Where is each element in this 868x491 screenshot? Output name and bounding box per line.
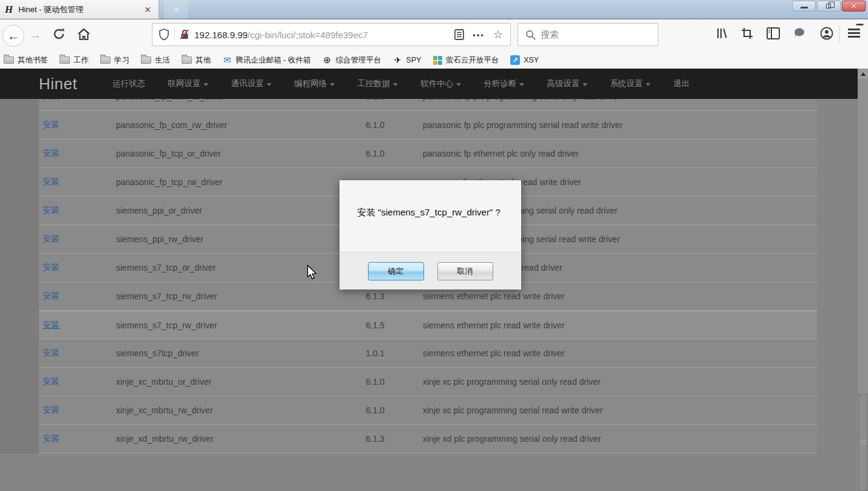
bookmark-item-9[interactable]: ↗XSY bbox=[510, 55, 539, 65]
bookmark-item-1[interactable]: 工作 bbox=[60, 55, 89, 66]
bookmark-star-icon[interactable]: ☆ bbox=[493, 28, 503, 41]
driver-name: siemens_s7_tcp_or_driver bbox=[116, 263, 366, 273]
reload-button[interactable] bbox=[52, 27, 66, 41]
ok-button[interactable]: 确定 bbox=[368, 262, 424, 280]
app-logo[interactable]: Hinet bbox=[39, 75, 77, 93]
nav-item-label: 联网设置 bbox=[168, 78, 200, 89]
bookmark-item-5[interactable]: ✉腾讯企业邮箱 - 收件箱 bbox=[222, 55, 311, 66]
home-icon bbox=[77, 27, 91, 42]
page-actions-icon[interactable]: ••• bbox=[473, 30, 485, 39]
nav-item-label: 高级设置 bbox=[547, 78, 579, 89]
bookmark-item-0[interactable]: 其他书签 bbox=[4, 55, 48, 66]
url-text: 192.168.9.99/cgi-bin/luci/;stok=489fe39e… bbox=[194, 30, 368, 40]
account-icon[interactable] bbox=[820, 27, 833, 40]
table-row: 安装panasonic_fp_tcp_or_driver6.1.0panason… bbox=[39, 140, 817, 168]
install-cell: 安装 bbox=[39, 99, 116, 102]
insecure-lock-icon[interactable] bbox=[180, 29, 190, 40]
install-link[interactable]: 安装 bbox=[43, 376, 60, 386]
tab-close-icon[interactable]: ✕ bbox=[142, 5, 154, 15]
bookmark-item-8[interactable]: 萤石云开放平台 bbox=[433, 55, 499, 66]
url-bar[interactable]: 192.168.9.99/cgi-bin/luci/;stok=489fe39e… bbox=[152, 23, 511, 46]
nav-item-4[interactable]: 工控数据 bbox=[357, 78, 398, 89]
bookmark-item-6[interactable]: ⊕综合管理平台 bbox=[323, 55, 381, 66]
install-cell: 安装 bbox=[39, 234, 116, 245]
chevron-down-icon bbox=[646, 83, 651, 86]
driver-name: siemens_ppi_rw_driver bbox=[116, 234, 366, 244]
page-left-margin bbox=[0, 99, 39, 454]
home-button[interactable] bbox=[77, 27, 91, 42]
back-button[interactable]: ← bbox=[2, 25, 24, 47]
driver-name: panasonic_fp_com_or_driver bbox=[116, 99, 366, 101]
install-link[interactable]: 安装 bbox=[43, 433, 60, 443]
nav-item-1[interactable]: 联网设置 bbox=[168, 78, 208, 89]
install-link[interactable]: 安装 bbox=[43, 320, 60, 330]
nav-item-3[interactable]: 编程网络 bbox=[294, 78, 335, 89]
install-link[interactable]: 安装 bbox=[43, 291, 60, 300]
scrollbar[interactable] bbox=[858, 69, 868, 491]
bookmark-item-7[interactable]: ✈SPY bbox=[393, 55, 422, 65]
driver-description: xinje xc plc programming serial only rea… bbox=[423, 377, 817, 387]
nav-item-9[interactable]: 退出 bbox=[673, 78, 689, 89]
bookmark-label: 萤石云开放平台 bbox=[446, 55, 499, 66]
menu-button[interactable]: ↑ bbox=[848, 29, 860, 38]
nav-item-6[interactable]: 分析诊断 bbox=[484, 78, 524, 89]
install-link[interactable]: 安装 bbox=[43, 99, 60, 101]
driver-description: panasonic fp plc programming serial read… bbox=[423, 120, 817, 130]
search-placeholder: 搜索 bbox=[541, 29, 559, 41]
browser-tab[interactable]: H Hinet - 驱动包管理 ✕ bbox=[0, 0, 159, 19]
install-link[interactable]: 安装 bbox=[43, 148, 60, 158]
driver-name: siemens_ppi_or_driver bbox=[116, 206, 366, 215]
messages-icon[interactable] bbox=[793, 27, 807, 40]
install-link[interactable]: 安装 bbox=[43, 177, 60, 186]
minimize-icon bbox=[801, 7, 808, 8]
new-tab-button[interactable]: + bbox=[164, 0, 188, 19]
sidebar-icon[interactable] bbox=[767, 27, 780, 40]
browser-toolbar: ← → 1 bbox=[0, 19, 868, 52]
nav-item-label: 运行状态 bbox=[112, 78, 145, 89]
close-button[interactable]: ✕ bbox=[842, 1, 866, 12]
bookmark-label: 其他书签 bbox=[18, 55, 48, 66]
screenshot-crop-icon[interactable] bbox=[741, 27, 753, 40]
scrollbar-thumb[interactable] bbox=[858, 394, 867, 491]
search-input[interactable]: 搜索 bbox=[518, 23, 658, 46]
cancel-button[interactable]: 取消 bbox=[437, 262, 493, 280]
nav-item-8[interactable]: 系统设置 bbox=[610, 78, 651, 89]
install-link[interactable]: 安装 bbox=[43, 234, 60, 243]
install-link[interactable]: 安装 bbox=[43, 262, 60, 272]
table-row: 安装siemens_s7tcp_driver1.0.1siemens ether… bbox=[39, 339, 817, 368]
install-link[interactable]: 安装 bbox=[43, 348, 60, 357]
install-link[interactable]: 安装 bbox=[43, 120, 60, 129]
minimize-button[interactable] bbox=[792, 1, 816, 12]
nav-item-0[interactable]: 运行状态 bbox=[112, 78, 145, 89]
install-link[interactable]: 安装 bbox=[43, 405, 60, 415]
nav-item-label: 工控数据 bbox=[357, 78, 390, 89]
bookmark-label: 其他 bbox=[196, 55, 211, 66]
nav-item-2[interactable]: 通讯设置 bbox=[231, 78, 272, 89]
tab-title: Hinet - 驱动包管理 bbox=[18, 4, 142, 15]
bookmark-item-4[interactable]: 其他 bbox=[182, 55, 211, 66]
table-row: 安装xinje_xd_mbrtu_rw_driver6.1.3xinje xd … bbox=[39, 425, 817, 453]
chevron-down-icon bbox=[583, 83, 587, 86]
update-badge-icon: ↑ bbox=[856, 24, 864, 25]
screen: H Hinet - 驱动包管理 ✕ + ✕ ← → bbox=[0, 0, 868, 491]
scroll-up-button[interactable] bbox=[858, 69, 868, 79]
table-row: 安装xinje_xc_mbrtu_rw_driver6.1.0xinje xc … bbox=[39, 396, 817, 425]
driver-version: 6.1.0 bbox=[366, 120, 423, 130]
nav-item-5[interactable]: 软件中心 bbox=[420, 78, 461, 89]
forward-button[interactable]: → bbox=[29, 28, 41, 42]
reader-mode-icon[interactable] bbox=[454, 29, 464, 40]
tracking-shield-icon[interactable] bbox=[159, 29, 169, 41]
install-cell: 安装 bbox=[39, 320, 116, 331]
nav-item-7[interactable]: 高级设置 bbox=[547, 78, 587, 89]
bookmark-label: XSY bbox=[524, 56, 539, 64]
install-link[interactable]: 安装 bbox=[43, 205, 60, 215]
bookmark-item-3[interactable]: 生活 bbox=[141, 55, 170, 66]
bookmark-item-2[interactable]: 学习 bbox=[100, 55, 129, 66]
driver-version: 6.1.0 bbox=[366, 149, 423, 158]
mail-icon: ✉ bbox=[222, 55, 232, 65]
url-host: 192.168.9.99 bbox=[194, 30, 248, 40]
restore-button[interactable] bbox=[817, 1, 841, 12]
bookmark-label: 学习 bbox=[114, 55, 129, 66]
library-icon[interactable] bbox=[716, 27, 728, 40]
close-icon: ✕ bbox=[842, 1, 865, 11]
